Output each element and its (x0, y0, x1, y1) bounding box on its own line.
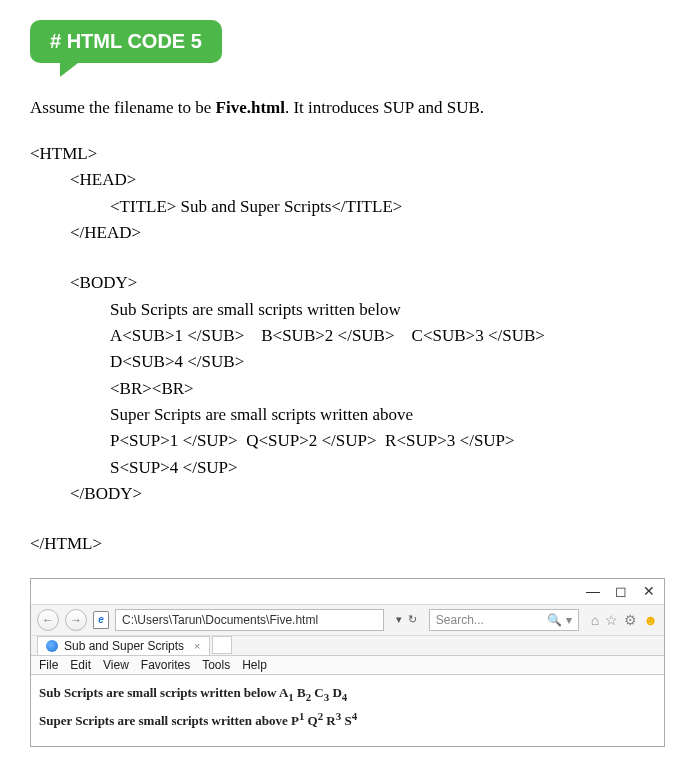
sup-4: 4 (352, 710, 357, 722)
window-maximize-button[interactable]: ◻ (614, 583, 628, 599)
sup-P: P (291, 713, 299, 728)
sub-B: B (297, 685, 306, 700)
arrow-left-icon: ← (42, 613, 54, 627)
intro-filename: Five.html (216, 98, 285, 117)
url-input[interactable]: C:\Users\Tarun\Documents\Five.html (115, 609, 384, 631)
intro-text: Assume the filename to be Five.html. It … (30, 97, 665, 119)
code-line: P<SUP>1 </SUP> Q<SUP>2 </SUP> R<SUP>3 </… (30, 428, 665, 454)
tab-strip: Sub and Super Scripts × (31, 636, 664, 656)
badge-label: # HTML CODE 5 (30, 20, 222, 63)
toolbar-icons: ⌂ ☆ ⚙ ☻ (585, 612, 658, 628)
menu-tools[interactable]: Tools (202, 658, 230, 672)
sup-R: R (326, 713, 335, 728)
search-input[interactable]: Search... 🔍 ▾ (429, 609, 579, 631)
sub-C: C (314, 685, 323, 700)
browser-screenshot: — ◻ ✕ ← → C:\Users\Tarun\Documents\Five.… (30, 578, 665, 748)
blank-line (30, 246, 665, 270)
sub-A: A (279, 685, 288, 700)
search-dropdown-icon: ▾ (566, 613, 572, 627)
code-line: D<SUB>4 </SUB> (30, 349, 665, 375)
intro-prefix: Assume the filename to be (30, 98, 216, 117)
smiley-icon[interactable]: ☻ (643, 612, 658, 628)
menu-help[interactable]: Help (242, 658, 267, 672)
search-icon: 🔍 (547, 613, 562, 627)
tab-title: Sub and Super Scripts (64, 639, 184, 653)
ie-logo-icon (46, 640, 58, 652)
sup-label: Super Scripts are small scripts written … (39, 713, 291, 728)
new-tab-button[interactable] (212, 636, 232, 654)
sub-line: Sub Scripts are small scripts written be… (39, 681, 656, 707)
code-listing: <HTML> <HEAD> <TITLE> Sub and Super Scri… (30, 141, 665, 557)
tab-close-icon[interactable]: × (194, 640, 200, 652)
code-line: <BR><BR> (30, 376, 665, 402)
code-line: </BODY> (30, 481, 665, 507)
sub-1: 1 (288, 690, 293, 702)
menu-favorites[interactable]: Favorites (141, 658, 190, 672)
menu-edit[interactable]: Edit (70, 658, 91, 672)
intro-suffix: . It introduces SUP and SUB. (285, 98, 484, 117)
code-line: </HTML> (30, 531, 665, 557)
sup-2: 2 (318, 710, 323, 722)
address-bar-row: ← → C:\Users\Tarun\Documents\Five.html ▾… (31, 605, 664, 636)
window-minimize-button[interactable]: — (586, 583, 600, 599)
sup-Q: Q (308, 713, 318, 728)
search-placeholder: Search... (436, 613, 484, 627)
page-icon (93, 611, 109, 629)
blank-line (30, 507, 665, 531)
sub-2: 2 (306, 690, 311, 702)
gear-icon[interactable]: ⚙ (624, 612, 637, 628)
forward-button[interactable]: → (65, 609, 87, 631)
badge-tail (60, 63, 78, 77)
code-line: Super Scripts are small scripts written … (30, 402, 665, 428)
code-line: <BODY> (30, 270, 665, 296)
sup-1: 1 (299, 710, 304, 722)
code-line: S<SUP>4 </SUP> (30, 455, 665, 481)
code-line: </HEAD> (30, 220, 665, 246)
sub-D: D (332, 685, 341, 700)
menu-view[interactable]: View (103, 658, 129, 672)
sub-3: 3 (324, 690, 329, 702)
sup-line: Super Scripts are small scripts written … (39, 707, 656, 733)
favorites-icon[interactable]: ☆ (605, 612, 618, 628)
url-controls: ▾ ↻ (390, 613, 423, 626)
browser-tab[interactable]: Sub and Super Scripts × (37, 636, 210, 655)
url-text: C:\Users\Tarun\Documents\Five.html (122, 613, 318, 627)
menu-bar: File Edit View Favorites Tools Help (31, 656, 664, 675)
arrow-right-icon: → (70, 613, 82, 627)
refresh-icon[interactable]: ↻ (408, 613, 417, 626)
sup-3: 3 (336, 710, 341, 722)
code-line: A<SUB>1 </SUB> B<SUB>2 </SUB> C<SUB>3 </… (30, 323, 665, 349)
sub-4: 4 (342, 690, 347, 702)
section-badge: # HTML CODE 5 (30, 20, 665, 77)
window-close-button[interactable]: ✕ (642, 583, 656, 599)
code-line: <TITLE> Sub and Super Scripts</TITLE> (30, 194, 665, 220)
code-line: <HTML> (30, 141, 665, 167)
home-icon[interactable]: ⌂ (591, 612, 599, 628)
window-titlebar: — ◻ ✕ (31, 579, 664, 605)
back-button[interactable]: ← (37, 609, 59, 631)
url-dropdown-icon[interactable]: ▾ (396, 613, 402, 626)
code-line: Sub Scripts are small scripts written be… (30, 297, 665, 323)
sub-label: Sub Scripts are small scripts written be… (39, 685, 279, 700)
code-line: <HEAD> (30, 167, 665, 193)
menu-file[interactable]: File (39, 658, 58, 672)
page-viewport: Sub Scripts are small scripts written be… (31, 675, 664, 747)
sup-S: S (344, 713, 351, 728)
